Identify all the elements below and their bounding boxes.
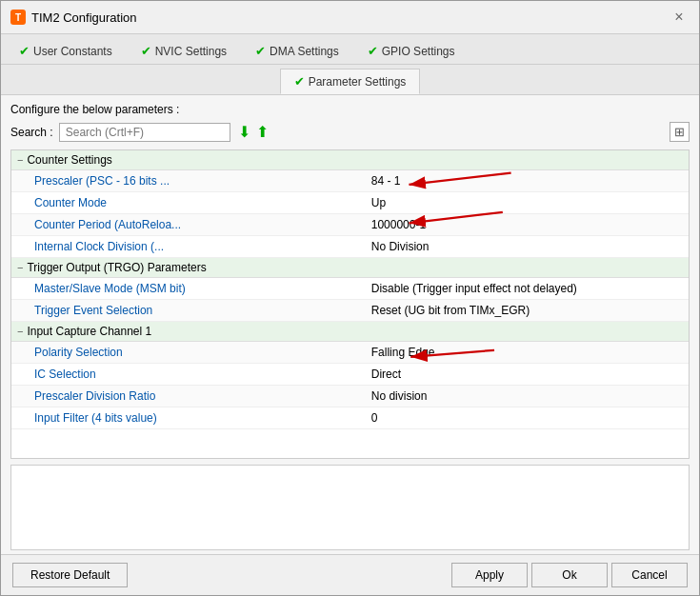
- tab-user-constants[interactable]: ✔ User Constants: [5, 38, 127, 64]
- param-value: Reset (UG bit from TIMx_EGR): [364, 302, 689, 319]
- search-input[interactable]: [59, 123, 230, 142]
- table-row: Master/Slave Mode (MSM bit) Disable (Tri…: [11, 278, 689, 300]
- table-row: IC Selection Direct: [11, 364, 689, 386]
- close-button[interactable]: ×: [669, 7, 690, 28]
- param-value: 84 - 1: [364, 172, 689, 189]
- param-name: Master/Slave Mode (MSM bit): [11, 280, 364, 297]
- search-label: Search :: [10, 126, 53, 139]
- check-icon-gpio: ✔: [368, 44, 378, 58]
- section-trigger-output[interactable]: − Trigger Output (TRGO) Parameters: [11, 258, 689, 278]
- table-row: Polarity Selection Falling Edge: [11, 342, 689, 364]
- table-row: Internal Clock Division (... No Division: [11, 236, 689, 258]
- param-value: 0: [364, 409, 689, 427]
- tab-dma-settings[interactable]: ✔ DMA Settings: [241, 38, 353, 64]
- search-row: Search : ⬇ ⬆ ⊞: [10, 122, 690, 142]
- section-input-capture[interactable]: − Input Capture Channel 1: [11, 322, 689, 342]
- search-down-arrow[interactable]: ⬇: [236, 123, 252, 141]
- tab-user-constants-label: User Constants: [33, 45, 112, 58]
- preview-area: [10, 465, 690, 550]
- param-value: No Division: [364, 238, 689, 255]
- table-row: Counter Period (AutoReloa... 1000000-1: [11, 214, 689, 236]
- collapse-toggle-input: −: [17, 326, 23, 337]
- restore-default-button[interactable]: Restore Default: [12, 563, 128, 587]
- param-name: IC Selection: [11, 366, 364, 383]
- table-row: Prescaler Division Ratio No division: [11, 386, 689, 407]
- param-name: Counter Mode: [11, 194, 364, 211]
- tab-gpio-settings[interactable]: ✔ GPIO Settings: [353, 38, 470, 64]
- param-name: Prescaler (PSC - 16 bits ...: [11, 172, 364, 189]
- grid-view-icon[interactable]: ⊞: [670, 122, 690, 142]
- table-row: Counter Mode Up: [11, 192, 689, 214]
- action-buttons: Apply Ok Cancel: [451, 563, 688, 587]
- tab-parameter-label: Parameter Settings: [309, 75, 407, 89]
- tabs-row2: ✔ Parameter Settings: [1, 65, 699, 95]
- param-name: Counter Period (AutoReloa...: [11, 216, 364, 233]
- param-name: Trigger Event Selection: [11, 302, 364, 319]
- table-row: Trigger Event Selection Reset (UG bit fr…: [11, 300, 689, 322]
- param-value: Direct: [364, 366, 689, 383]
- tabs-row1: ✔ User Constants ✔ NVIC Settings ✔ DMA S…: [1, 34, 699, 65]
- configure-label: Configure the below parameters :: [10, 103, 690, 116]
- tab-parameter-settings[interactable]: ✔ Parameter Settings: [280, 69, 421, 94]
- cancel-button[interactable]: Cancel: [611, 563, 688, 587]
- param-name: Polarity Selection: [11, 344, 364, 361]
- search-up-arrow[interactable]: ⬆: [254, 123, 270, 141]
- param-value: Falling Edge: [364, 344, 689, 361]
- ok-button[interactable]: Ok: [531, 563, 608, 587]
- param-value: 1000000-1: [364, 216, 689, 233]
- table-row: Input Filter (4 bits value) 0: [11, 407, 689, 429]
- param-value: Up: [364, 194, 689, 211]
- content-area: Configure the below parameters : Search …: [1, 95, 699, 554]
- title-bar: T TIM2 Configuration ×: [1, 1, 699, 34]
- param-value: Disable (Trigger input effect not delaye…: [364, 280, 689, 297]
- bottom-bar: Restore Default Apply Ok Cancel: [1, 554, 699, 595]
- collapse-toggle-trigger: −: [17, 262, 23, 273]
- tab-gpio-label: GPIO Settings: [382, 45, 455, 58]
- section-counter-settings[interactable]: − Counter Settings: [11, 150, 689, 170]
- check-icon-user-constants: ✔: [19, 44, 30, 58]
- check-icon-params: ✔: [294, 74, 305, 89]
- param-name: Internal Clock Division (...: [11, 238, 364, 255]
- section-counter-title: Counter Settings: [27, 153, 111, 167]
- apply-button[interactable]: Apply: [451, 563, 528, 587]
- window-icon: T: [10, 10, 26, 25]
- param-value: No division: [364, 387, 689, 405]
- section-input-title: Input Capture Channel 1: [27, 325, 151, 338]
- collapse-toggle-counter: −: [17, 154, 23, 166]
- params-table: − Counter Settings Prescaler (PSC - 16 b…: [10, 149, 690, 459]
- param-name: Prescaler Division Ratio: [11, 387, 364, 405]
- section-trigger-title: Trigger Output (TRGO) Parameters: [27, 261, 206, 274]
- title-bar-left: T TIM2 Configuration: [10, 10, 137, 25]
- tab-nvic-settings[interactable]: ✔ NVIC Settings: [127, 38, 241, 64]
- check-icon-dma: ✔: [255, 44, 266, 58]
- main-window: T TIM2 Configuration × ✔ User Constants …: [0, 0, 700, 596]
- tab-dma-label: DMA Settings: [270, 45, 339, 58]
- window-title: TIM2 Configuration: [31, 10, 137, 25]
- param-name: Input Filter (4 bits value): [11, 409, 364, 427]
- params-container: − Counter Settings Prescaler (PSC - 16 b…: [10, 149, 690, 459]
- search-arrows: ⬇ ⬆: [236, 123, 270, 141]
- table-row: Prescaler (PSC - 16 bits ... 84 - 1: [11, 170, 689, 192]
- check-icon-nvic: ✔: [141, 44, 151, 58]
- tab-nvic-label: NVIC Settings: [155, 45, 227, 58]
